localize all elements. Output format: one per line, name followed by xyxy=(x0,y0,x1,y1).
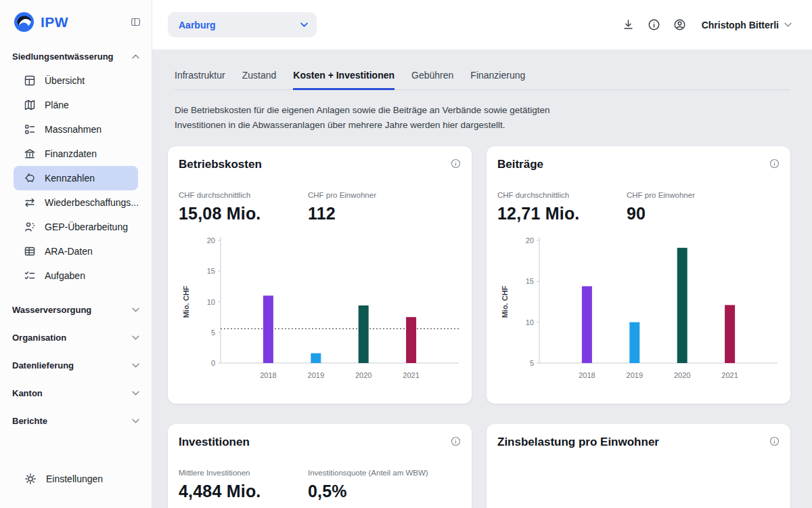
info-icon[interactable] xyxy=(769,158,780,169)
stat-value: 12,71 Mio. xyxy=(497,204,618,224)
x-tick-label: 2020 xyxy=(355,371,371,379)
tab-finanzierung[interactable]: Finanzierung xyxy=(470,70,525,90)
x-tick-label: 2019 xyxy=(308,371,324,379)
sidebar-item-label: Aufgaben xyxy=(45,270,85,281)
bar-2019 xyxy=(311,354,321,363)
stat-label: CHF durchschnittlich xyxy=(179,191,300,199)
tab-zustand[interactable]: Zustand xyxy=(242,70,277,90)
bar-2021 xyxy=(725,305,735,364)
betriebskosten-chart: 05101520Mio. CHF2018201920202021 xyxy=(179,232,461,387)
card-title: Investitionen xyxy=(179,436,250,449)
card-beitraege: Beiträge CHF durchschnittlich 12,71 Mio.… xyxy=(487,146,790,404)
y-tick-label: 5 xyxy=(530,359,534,367)
x-tick-label: 2020 xyxy=(674,371,690,379)
sidebar-item-wiederbeschaffungswert[interactable]: Wiederbeschaffungs... xyxy=(14,190,138,215)
info-icon[interactable] xyxy=(451,436,461,446)
sidebar-section-kanton[interactable]: Kanton xyxy=(0,379,152,407)
chevron-down-icon xyxy=(300,22,308,27)
x-tick-label: 2018 xyxy=(579,371,595,379)
swap-arrows-icon xyxy=(24,196,36,209)
sidebar-section-organisation[interactable]: Organisation xyxy=(0,324,152,352)
bar-2020 xyxy=(677,248,687,363)
y-tick-label: 20 xyxy=(526,236,534,245)
municipality-value: Aarburg xyxy=(179,20,215,30)
section-label: Datenlieferung xyxy=(12,360,74,371)
user-menu[interactable]: Christoph Bitterli xyxy=(702,20,792,30)
x-tick-label: 2018 xyxy=(260,371,276,379)
card-betriebskosten: Betriebskosten CHF durchschnittlich 15,0… xyxy=(168,146,472,404)
card-title: Beiträge xyxy=(497,158,543,171)
dashboard-icon xyxy=(24,75,36,87)
sidebar-section-wasserversorgung[interactable]: Wasserversorgung xyxy=(0,296,152,324)
sidebar-item-finanzdaten[interactable]: Finanzdaten xyxy=(14,142,138,166)
tab-infrastruktur[interactable]: Infrastruktur xyxy=(175,70,225,90)
section-label: Berichte xyxy=(12,416,47,426)
top-actions: Christoph Bitterli xyxy=(622,18,792,31)
sidebar-item-einstellungen[interactable]: Einstellungen xyxy=(0,466,152,492)
sidebar-item-ara-daten[interactable]: ARA-Daten xyxy=(14,239,138,263)
sidebar-item-label: Massnahmen xyxy=(45,124,102,135)
stat-mittlere-investitionen: Mittlere Investitionen 4,484 Mio. xyxy=(179,469,308,501)
sidebar-item-label: Pläne xyxy=(45,100,69,110)
card-title: Zinsbelastung pro Einwohner xyxy=(497,436,659,449)
card-title: Betriebskosten xyxy=(179,158,262,171)
y-tick-label: 15 xyxy=(526,278,534,286)
sidebar-item-aufgaben[interactable]: Aufgaben xyxy=(14,263,138,288)
y-tick-label: 15 xyxy=(207,267,215,275)
sidebar-item-label: Wiederbeschaffungs... xyxy=(45,197,138,208)
y-axis-label: Mio. CHF xyxy=(182,286,190,318)
piggy-bank-icon xyxy=(24,172,36,184)
user-name: Christoph Bitterli xyxy=(702,20,779,30)
card-zinsbelastung: Zinsbelastung pro Einwohner xyxy=(487,424,790,508)
y-tick-label: 5 xyxy=(211,329,215,337)
download-icon[interactable] xyxy=(622,18,635,31)
sidebar-item-kennzahlen[interactable]: Kennzahlen xyxy=(14,166,138,190)
x-tick-label: 2019 xyxy=(627,371,643,379)
chevron-down-icon xyxy=(132,335,139,340)
cards-grid: Betriebskosten CHF durchschnittlich 15,0… xyxy=(168,146,790,508)
y-tick-label: 10 xyxy=(526,318,534,326)
logo-text: IPW xyxy=(41,14,68,30)
tab-gebuehren[interactable]: Gebühren xyxy=(411,70,453,90)
chevron-down-icon xyxy=(132,308,139,312)
sidebar-item-label: Kennzahlen xyxy=(45,173,95,184)
content: Infrastruktur Zustand Kosten + Investiti… xyxy=(152,49,812,508)
tab-description: Die Betriebskosten für die eigenen Anlag… xyxy=(175,103,570,132)
sidebar-section-siedlungsentwaesserung[interactable]: Siedlungsentwässerung xyxy=(0,42,152,68)
stat-label: CHF durchschnittlich xyxy=(497,191,618,199)
sidebar-item-gep-ueberarbeitung[interactable]: GEP-Überarbeitung xyxy=(14,215,138,239)
gear-icon xyxy=(24,473,37,485)
info-icon[interactable] xyxy=(451,158,461,169)
chevron-down-icon xyxy=(132,363,139,368)
top-bar: Aarburg Christoph Bitterli xyxy=(152,0,812,49)
info-icon[interactable] xyxy=(769,436,780,446)
municipality-select[interactable]: Aarburg xyxy=(168,12,317,37)
y-tick-label: 0 xyxy=(211,359,215,367)
stat-chf-pro-einwohner: CHF pro Einwohner 90 xyxy=(627,191,756,224)
main-area: Aarburg Christoph Bitterli xyxy=(152,0,812,508)
sidebar-item-uebersicht[interactable]: Übersicht xyxy=(14,68,138,93)
section-label: Organisation xyxy=(12,333,66,343)
y-axis-label: Mio. CHF xyxy=(501,286,509,318)
stat-label: Investitionsquote (Anteil am WBW) xyxy=(308,469,429,477)
tab-kosten-investitionen[interactable]: Kosten + Investitionen xyxy=(293,70,394,90)
sidebar-section-datenlieferung[interactable]: Datenlieferung xyxy=(0,352,152,379)
bar-chart-beitraege: 5101520Mio. CHF2018201920202021 xyxy=(497,232,782,387)
person-gear-icon xyxy=(24,221,36,233)
tabs-row: Infrastruktur Zustand Kosten + Investiti… xyxy=(175,70,790,90)
sidebar-collapse-icon[interactable] xyxy=(131,17,141,27)
user-icon[interactable] xyxy=(673,18,686,31)
stat-label: CHF pro Einwohner xyxy=(308,191,429,199)
sidebar-section-berichte[interactable]: Berichte xyxy=(0,407,152,435)
bar-2020 xyxy=(359,305,369,363)
chevron-down-icon xyxy=(784,22,792,27)
sidebar-item-label: GEP-Überarbeitung xyxy=(45,221,128,232)
stat-investitionsquote: Investitionsquote (Anteil am WBW) 0,5% xyxy=(308,469,437,501)
sidebar-item-plaene[interactable]: Pläne xyxy=(14,93,138,117)
app-root: IPW Siedlungsentwässerung Übersicht xyxy=(0,0,812,508)
bar-2018 xyxy=(582,287,592,363)
chevron-down-icon xyxy=(132,391,139,396)
info-icon[interactable] xyxy=(648,18,660,31)
sidebar-item-massnahmen[interactable]: Massnahmen xyxy=(14,117,138,142)
section-label: Kanton xyxy=(12,388,43,398)
